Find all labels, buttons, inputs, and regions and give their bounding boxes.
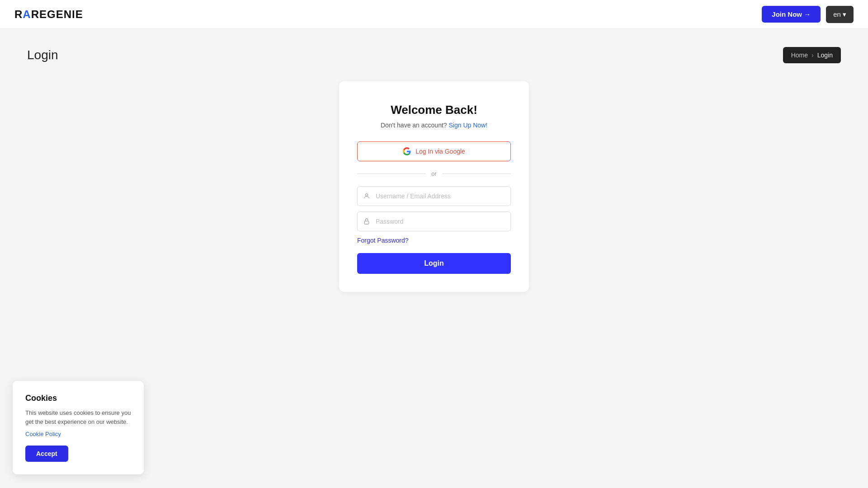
- breadcrumb-separator: ›: [811, 52, 814, 59]
- lock-icon: [358, 218, 376, 225]
- cookie-title: Cookies: [25, 394, 131, 403]
- password-input-group: [357, 211, 511, 231]
- logo-text: R: [14, 8, 23, 21]
- login-button[interactable]: Login: [357, 253, 511, 274]
- svg-rect-1: [364, 221, 368, 224]
- header-right: Join Now → en ▾: [762, 6, 854, 23]
- login-form-card: Welcome Back! Don't have an account? Sig…: [339, 81, 529, 292]
- google-btn-label: Log In via Google: [415, 148, 465, 155]
- form-title: Welcome Back!: [357, 103, 511, 117]
- user-icon: [358, 192, 376, 200]
- form-subtitle: Don't have an account? Sign Up Now!: [357, 122, 511, 129]
- cookie-banner: Cookies This website uses cookies to ens…: [13, 381, 144, 474]
- or-divider: or: [357, 170, 511, 177]
- divider-line-right: [442, 174, 511, 174]
- svg-point-0: [365, 194, 368, 196]
- breadcrumb-current: Login: [817, 52, 833, 59]
- google-icon: [403, 147, 411, 155]
- forgot-password-link[interactable]: Forgot Password?: [357, 237, 511, 244]
- language-button[interactable]: en ▾: [826, 6, 854, 23]
- breadcrumb-home: Home: [791, 52, 808, 59]
- breadcrumb: Home › Login: [783, 47, 841, 63]
- page-header-row: Login Home › Login: [27, 47, 841, 63]
- page-title: Login: [27, 48, 58, 62]
- signup-link[interactable]: Sign Up Now!: [448, 122, 487, 129]
- join-now-button[interactable]: Join Now →: [762, 6, 821, 23]
- username-input-group: [357, 186, 511, 206]
- cookie-policy-link[interactable]: Cookie Policy: [25, 431, 131, 437]
- header: RAREGENIE Join Now → en ▾: [0, 0, 868, 29]
- password-input[interactable]: [376, 212, 510, 231]
- accept-cookies-button[interactable]: Accept: [25, 446, 68, 462]
- cookie-body: This website uses cookies to ensure you …: [25, 408, 131, 426]
- logo: RAREGENIE: [14, 8, 83, 21]
- google-login-button[interactable]: Log In via Google: [357, 141, 511, 161]
- or-text: or: [431, 170, 437, 177]
- divider-line-left: [357, 174, 426, 174]
- username-input[interactable]: [376, 187, 510, 206]
